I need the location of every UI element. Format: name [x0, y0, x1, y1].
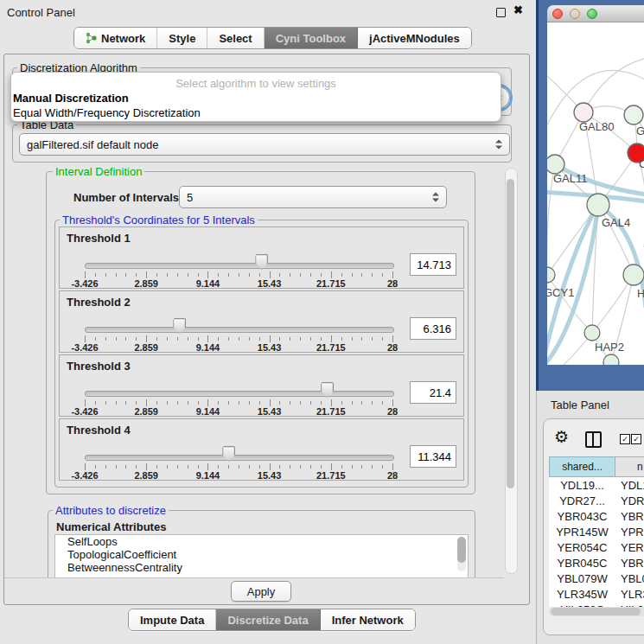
node-label: C [639, 157, 644, 170]
network-node-hap2[interactable] [584, 325, 600, 341]
cell-name: YDL1 [615, 479, 644, 492]
threshold-panel-1: Threshold 1-3.4262.8599.14415.4321.71528 [59, 226, 464, 289]
tab-network[interactable]: Network [74, 28, 157, 48]
cell-name: YLR3 [615, 588, 644, 601]
threshold-value-field[interactable] [410, 253, 456, 276]
network-node-gcy1[interactable] [547, 267, 555, 283]
table-row[interactable]: YDL19...YDL1 [549, 477, 644, 493]
gear-icon[interactable]: ⚙ [554, 429, 569, 445]
node-label: GCY1 [547, 286, 574, 299]
cell-shared-name: YLR345W [549, 588, 615, 601]
tab-jactivemnodules[interactable]: jActiveMNodules [358, 28, 471, 48]
cell-name: YDR2 [615, 494, 644, 507]
attributes-scrollbar[interactable] [457, 537, 466, 571]
threshold-value-field[interactable] [410, 445, 456, 468]
column-header-shared[interactable]: shared... [549, 456, 615, 477]
table-data-combobox[interactable]: galFiltered.sif default node [19, 133, 510, 156]
slider-track[interactable] [85, 263, 394, 269]
table-row[interactable]: YBR043CYBR0 [549, 508, 644, 524]
network-node-g[interactable] [624, 105, 643, 124]
tab-impute-data[interactable]: Impute Data [129, 609, 216, 630]
threshold-value-field[interactable] [410, 381, 456, 404]
slider-axis-labels: -3.4262.8599.14415.4321.71528 [85, 278, 392, 289]
slider-track[interactable] [85, 327, 394, 333]
close-icon[interactable]: ✖ [513, 3, 523, 16]
node-label: HAP2 [595, 341, 624, 354]
table-panel-card: ⚙ ✓ ✓ shared... n YDL19...YDL1YDR27...YD… [543, 418, 644, 635]
attribute-item[interactable]: TopologicalCoefficient [55, 548, 468, 561]
tab-label: Style [169, 32, 195, 45]
table-row[interactable]: YPR145WYPR1 [549, 524, 644, 539]
cell-shared-name: YDL19... [549, 479, 615, 492]
zoom-traffic-light-icon[interactable] [587, 9, 597, 19]
settings-scrollbar-thumb[interactable] [507, 179, 514, 488]
number-of-intervals-combobox[interactable]: 5 [179, 186, 447, 208]
tab-infer-network[interactable]: Infer Network [321, 609, 415, 630]
table-row[interactable]: YER054CYER0 [549, 539, 644, 555]
apply-button[interactable]: Apply [231, 581, 291, 602]
checkbox-icon[interactable]: ✓ [631, 434, 641, 444]
slider-track[interactable] [85, 391, 394, 397]
tab-label: Cyni Toolbox [276, 32, 346, 45]
popup-option-equal-width-frequency[interactable]: Equal Width/Frequency Discretization [13, 106, 201, 119]
attributes-group-title: Attributes to discretize [53, 504, 169, 517]
threshold-label: Threshold 3 [67, 360, 131, 373]
table-row[interactable]: YDR27...YDR2 [549, 493, 644, 508]
threshold-panel-4: Threshold 4-3.4262.8599.14415.4321.71528 [59, 418, 464, 481]
table-row[interactable]: YBL079WYBL0 [549, 571, 644, 586]
control-panel-tabs: NetworkStyleSelectCyni ToolboxjActiveMNo… [73, 27, 472, 49]
cell-shared-name: YBL079W [549, 572, 615, 585]
node-label: H [637, 287, 644, 300]
table-h-scrollbar[interactable] [549, 607, 644, 616]
cell-name: YBR0 [615, 510, 644, 523]
node-label: GAL80 [579, 120, 614, 133]
thresholds-group-title: Threshold's Coordinates for 5 Intervals [60, 214, 258, 226]
network-node-gal80[interactable] [574, 103, 593, 122]
slider-ticks [85, 463, 392, 470]
network-node-h[interactable] [623, 265, 644, 285]
table-rows: YDL19...YDL1YDR27...YDR2YBR043CYBR0YPR14… [549, 477, 644, 607]
checkbox-icon[interactable]: ✓ [620, 434, 630, 444]
split-view-icon[interactable] [585, 431, 602, 448]
table-row[interactable]: YLR345WYLR3 [549, 586, 644, 602]
table-data-value: galFiltered.sif default node [27, 138, 158, 151]
network-node-gal11[interactable] [547, 155, 564, 174]
close-traffic-light-icon[interactable] [552, 9, 563, 19]
cell-name: YBL0 [615, 572, 644, 585]
float-window-icon[interactable] [496, 8, 506, 17]
column-header-name[interactable]: n [615, 456, 644, 477]
attributes-scrollbar-thumb[interactable] [457, 537, 466, 563]
threshold-label: Threshold 2 [67, 296, 131, 309]
combo-arrows-icon [432, 193, 439, 202]
network-node[interactable] [603, 354, 619, 365]
table-h-scrollbar-thumb[interactable] [551, 608, 641, 615]
popup-option-manual-discretization[interactable]: Manual Discretization [13, 92, 129, 105]
settings-scrollbar[interactable] [505, 168, 518, 574]
network-window-titlebar[interactable] [547, 5, 644, 22]
attribute-item[interactable]: SelfLoops [55, 535, 468, 548]
threshold-value-field[interactable] [410, 317, 456, 340]
numerical-attributes-list[interactable]: SelfLoopsTopologicalCoefficientBetweenne… [54, 534, 469, 577]
slider-track[interactable] [85, 455, 394, 461]
tab-discretize-data[interactable]: Discretize Data [216, 609, 320, 630]
combo-arrows-icon [495, 140, 502, 150]
network-node-gal4[interactable] [587, 194, 609, 216]
tab-style[interactable]: Style [157, 28, 207, 48]
tab-label: Infer Network [332, 614, 404, 627]
tab-select[interactable]: Select [207, 28, 264, 48]
tab-label: Impute Data [140, 614, 204, 627]
tab-cyni-toolbox[interactable]: Cyni Toolbox [265, 28, 358, 48]
cell-shared-name: YBR043C [549, 510, 615, 523]
network-canvas[interactable]: GAL80GCGAL11GAL4GCY1HHAP2 [547, 22, 644, 365]
number-of-intervals-value: 5 [187, 191, 193, 204]
settings-viewport: Interval Definition Number of Intervals … [4, 164, 504, 577]
table-row[interactable]: YBR045CYBR0 [549, 555, 644, 571]
slider-axis-labels: -3.4262.8599.14415.4321.71528 [85, 406, 392, 417]
algorithm-popup-placeholder: Select algorithm to view settings [11, 77, 501, 90]
cell-name: YBR0 [615, 557, 644, 570]
tab-label: Discretize Data [227, 614, 308, 627]
cell-shared-name: YER054C [549, 541, 615, 554]
numerical-attributes-label: Numerical Attributes [56, 520, 166, 533]
attribute-item[interactable]: BetweennessCentrality [55, 561, 468, 574]
minimize-traffic-light-icon[interactable] [570, 9, 580, 19]
